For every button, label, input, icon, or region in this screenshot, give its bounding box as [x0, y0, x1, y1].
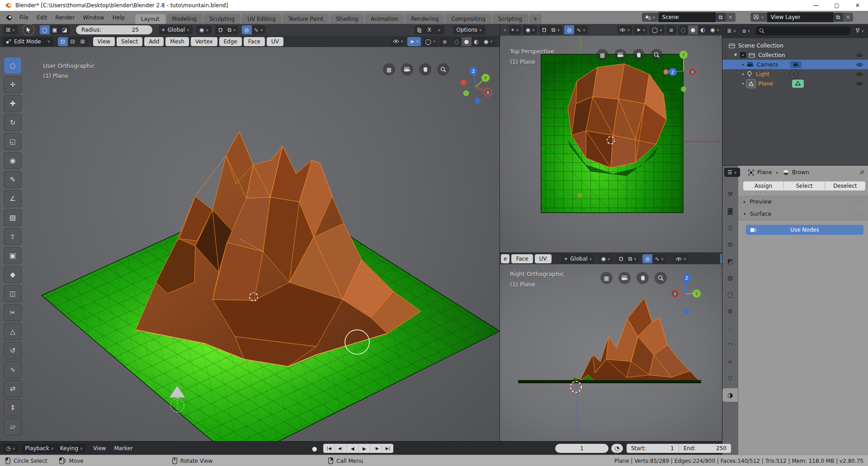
tab-modeling[interactable]: Modeling	[166, 14, 203, 24]
main-viewport-canvas[interactable]	[0, 47, 500, 441]
tab-animation[interactable]: Animation	[365, 14, 404, 24]
menu-uv[interactable]: UV	[535, 254, 552, 263]
select-mode-extend-button[interactable]: ▣	[50, 25, 60, 34]
navigation-gizmo[interactable]: Y Z X	[663, 42, 699, 94]
tab-compositing[interactable]: Compositing	[445, 14, 491, 24]
axis-neg-z-ball[interactable]	[684, 309, 689, 314]
camera-view-button[interactable]	[618, 272, 631, 284]
mv-xray-toggle[interactable]: ⧈	[440, 37, 450, 46]
menu-help[interactable]: Help	[108, 14, 128, 21]
hide-light-eye-icon[interactable]	[856, 72, 863, 76]
tool-scale[interactable]: ◱	[4, 133, 22, 150]
expand-arrow-icon[interactable]: ▸	[742, 81, 744, 86]
transform-orientation-dropdown[interactable]: ⌖ Global ∨	[159, 25, 193, 34]
pin-icon[interactable]: ⚲	[859, 169, 866, 176]
tool-add-cube[interactable]: ▧	[4, 209, 22, 226]
axis-neg-x-ball[interactable]	[461, 80, 467, 86]
tv-shading-solid[interactable]: ●	[688, 25, 698, 34]
pan-view-button[interactable]	[637, 272, 649, 284]
jump-to-end-button[interactable]: ▶|	[382, 444, 393, 453]
camera-view-button[interactable]	[401, 63, 413, 76]
edge-select-mode-button[interactable]: ⊟	[68, 37, 78, 46]
play-reverse-button[interactable]: ◀	[346, 444, 358, 453]
expand-arrow-icon[interactable]: ▸	[742, 62, 744, 67]
current-frame-field[interactable]: 1	[555, 444, 609, 453]
timeline-view-menu[interactable]: View	[93, 445, 106, 452]
options-dropdown[interactable]: Options ∨	[453, 25, 485, 34]
tab-constraints[interactable]: ∞	[722, 355, 738, 368]
menu-select[interactable]: Select	[117, 37, 142, 46]
tv-overlays-dropdown[interactable]: ◯∨	[649, 25, 664, 34]
menu-add[interactable]: Add	[144, 37, 164, 46]
mv-overlays-dropdown[interactable]: ◯∨	[423, 37, 438, 46]
tool-transform[interactable]: ◉	[4, 152, 22, 169]
proportional-falloff-dropdown[interactable]: ∿ ∨	[252, 25, 265, 34]
mirror-icon-button[interactable]: ⧎	[415, 25, 425, 34]
hide-plane-eye-icon[interactable]	[856, 81, 863, 86]
snap-toggle-button[interactable]: Ω	[215, 25, 225, 34]
select-button[interactable]: Select	[783, 181, 825, 190]
tool-loop-cut[interactable]: ◫	[4, 285, 22, 302]
mesh-data-badge[interactable]	[792, 80, 804, 88]
tool-shrink-fatten[interactable]: ⇕	[4, 399, 22, 416]
menu-window[interactable]: Window	[79, 14, 108, 21]
deselect-button[interactable]: Deselect	[825, 181, 865, 190]
axis-neg-x-ball[interactable]	[664, 70, 669, 75]
camera-data-badge[interactable]	[790, 61, 802, 68]
zoom-view-button[interactable]	[655, 272, 667, 284]
outliner-filter-button[interactable]: ∇ ∨	[854, 26, 866, 35]
hide-camera-eye-icon[interactable]	[856, 62, 863, 67]
right-3d-viewport[interactable]: Right Orthographic (1) Plane ▦ Z X Y	[500, 264, 722, 441]
use-preview-range-button[interactable]: ◔	[611, 444, 623, 453]
tv-shading-wireframe[interactable]: ◌	[678, 25, 688, 34]
tab-shading[interactable]: Shading	[330, 14, 364, 24]
outliner-row-camera[interactable]: ▸ Camera	[722, 60, 868, 69]
preview-panel-header[interactable]: ▸ Preview ::::	[738, 195, 868, 208]
tool-select-circle[interactable]: ◌	[4, 57, 22, 74]
tab-physics[interactable]: ◠	[722, 338, 738, 352]
scene-name-field[interactable]: Scene	[659, 12, 716, 22]
tv-orientation-dropdown[interactable]: ⌖∨	[509, 25, 521, 34]
use-nodes-button[interactable]: Use Nodes	[746, 225, 863, 235]
mv-visibility-dropdown[interactable]: ∨	[391, 37, 406, 46]
timeline-editor-type-button[interactable]: ◷ ∨	[3, 444, 18, 453]
rv-proportional-toggle[interactable]: ◎	[642, 254, 652, 263]
snap-settings-dropdown[interactable]: ⧉ ∨	[225, 25, 238, 34]
mirror-x-toggle[interactable]: X	[425, 25, 434, 34]
mv-shading-material[interactable]: ◐	[472, 37, 481, 46]
delete-scene-button[interactable]: ×	[726, 13, 736, 22]
mv-gizmos-dropdown[interactable]: ➤∨	[407, 37, 421, 46]
keying-menu[interactable]: Keying∨	[57, 444, 86, 453]
outliner-editor-type-button[interactable]: ≣ ∨	[725, 26, 738, 35]
surface-panel-header[interactable]: ▾ Surface ::::	[738, 208, 868, 220]
tool-knife[interactable]: ✂	[4, 304, 22, 321]
menu-file[interactable]: File	[15, 14, 33, 21]
toggle-grid-button[interactable]: ▦	[600, 272, 613, 284]
face-select-mode-button[interactable]: ⊞	[78, 37, 88, 46]
tab-scripting[interactable]: Scripting	[492, 14, 528, 24]
prev-keyframe-button[interactable]: ◀◦	[335, 444, 346, 453]
rv-snap-toggle[interactable]: Ω	[616, 254, 626, 263]
mirror-more-dropdown[interactable]: ∨	[434, 25, 444, 34]
jump-to-start-button[interactable]: |◀	[323, 444, 335, 453]
pan-view-button[interactable]	[419, 63, 431, 76]
outliner-search-field[interactable]	[755, 26, 851, 35]
minimize-button[interactable]: —	[806, 0, 826, 11]
tab-output[interactable]: ⎙	[722, 221, 738, 234]
mv-shading-wireframe[interactable]: ◌	[452, 37, 462, 46]
panel-drag-handle[interactable]: ::::	[855, 211, 864, 217]
axis-neg-z-ball[interactable]	[475, 98, 481, 104]
navigation-gizmo[interactable]: Z Y X	[458, 65, 498, 108]
tool-cursor[interactable]: ✛	[4, 76, 22, 93]
tab-object-data[interactable]: ▽	[722, 371, 738, 385]
tool-shear[interactable]: ▱	[4, 418, 22, 435]
tool-spin[interactable]: ↺	[4, 342, 22, 359]
add-view-layer-button[interactable]: ⧉	[833, 13, 843, 22]
axis-neg-y-ball[interactable]	[681, 86, 686, 92]
tv-snap-settings[interactable]: ⧉∨	[549, 25, 562, 34]
record-button[interactable]: ●	[312, 445, 317, 452]
mv-shading-rendered[interactable]: ◉∨	[481, 37, 495, 46]
tool-inset-faces[interactable]: ▣	[4, 247, 22, 264]
breadcrumb-material[interactable]: Brown	[792, 169, 809, 176]
tab-world[interactable]: ◍	[722, 271, 738, 285]
